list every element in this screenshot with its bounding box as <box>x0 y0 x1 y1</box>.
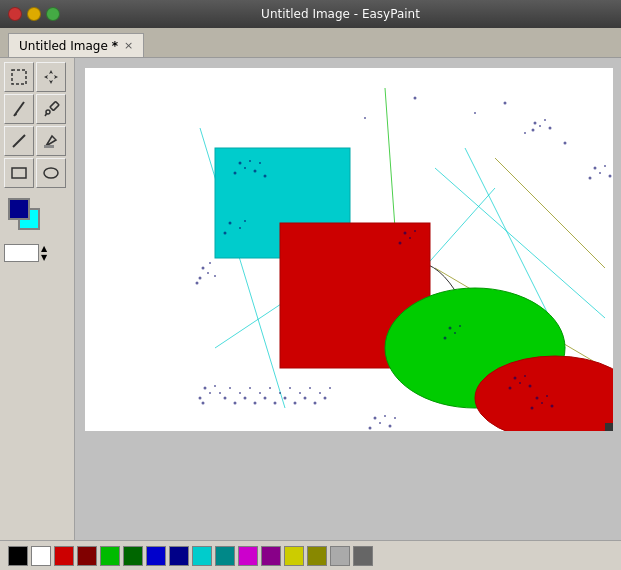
paint-canvas[interactable] <box>85 68 613 431</box>
svg-point-27 <box>544 119 546 121</box>
svg-point-40 <box>202 267 205 270</box>
palette-color-5[interactable] <box>123 546 143 566</box>
svg-point-80 <box>514 377 517 380</box>
line-tool[interactable] <box>4 126 34 156</box>
svg-point-25 <box>539 125 541 127</box>
svg-point-68 <box>304 397 307 400</box>
svg-point-62 <box>274 402 277 405</box>
svg-point-77 <box>384 415 386 417</box>
brush-size-input[interactable]: 1 <box>4 244 39 262</box>
select-tool[interactable] <box>4 62 34 92</box>
document-tab[interactable]: Untitled Image * × <box>8 33 144 57</box>
rect-tool[interactable] <box>4 158 34 188</box>
svg-point-72 <box>324 397 327 400</box>
palette-color-7[interactable] <box>169 546 189 566</box>
resize-handle[interactable] <box>605 423 613 431</box>
palette-color-8[interactable] <box>192 546 212 566</box>
palette-color-13[interactable] <box>307 546 327 566</box>
svg-point-51 <box>219 392 221 394</box>
svg-point-82 <box>509 387 512 390</box>
svg-point-29 <box>524 132 526 134</box>
svg-point-108 <box>459 325 461 327</box>
svg-point-73 <box>329 387 331 389</box>
svg-point-52 <box>224 397 227 400</box>
svg-point-76 <box>369 427 372 430</box>
svg-point-85 <box>536 397 539 400</box>
ellipse-tool[interactable] <box>36 158 66 188</box>
svg-point-63 <box>279 392 281 394</box>
tool-row-3 <box>4 126 70 156</box>
svg-point-92 <box>234 172 237 175</box>
svg-point-64 <box>284 397 287 400</box>
svg-point-54 <box>234 402 237 405</box>
palette-color-10[interactable] <box>238 546 258 566</box>
canvas-container[interactable] <box>75 58 621 540</box>
svg-point-33 <box>604 165 606 167</box>
svg-point-105 <box>449 327 452 330</box>
palette-color-3[interactable] <box>77 546 97 566</box>
svg-point-71 <box>319 392 321 394</box>
svg-point-46 <box>204 387 207 390</box>
palette-color-0[interactable] <box>8 546 28 566</box>
svg-point-65 <box>289 387 291 389</box>
size-arrows: ▲ ▼ <box>41 244 47 262</box>
palette-color-6[interactable] <box>146 546 166 566</box>
svg-point-104 <box>414 230 416 232</box>
size-up-arrow[interactable]: ▲ <box>41 244 47 253</box>
svg-point-36 <box>474 112 476 114</box>
toolbar: 1 ▲ ▼ <box>0 58 75 540</box>
close-button[interactable] <box>8 7 22 21</box>
svg-line-7 <box>13 135 25 147</box>
svg-point-106 <box>454 332 456 334</box>
minimize-button[interactable] <box>27 7 41 21</box>
svg-point-45 <box>214 275 216 277</box>
svg-point-107 <box>444 337 447 340</box>
svg-point-58 <box>254 402 257 405</box>
svg-point-61 <box>269 387 271 389</box>
size-control: 1 ▲ ▼ <box>4 244 70 262</box>
svg-point-87 <box>531 407 534 410</box>
svg-point-37 <box>414 97 417 100</box>
palette-color-12[interactable] <box>284 546 304 566</box>
palette-color-9[interactable] <box>215 546 235 566</box>
color-section <box>4 194 70 238</box>
svg-point-48 <box>199 397 202 400</box>
svg-point-101 <box>404 232 407 235</box>
svg-marker-1 <box>44 70 58 84</box>
dropper-tool[interactable] <box>36 94 66 124</box>
canvas-svg <box>85 68 613 431</box>
svg-point-60 <box>264 397 267 400</box>
svg-point-10 <box>44 168 58 178</box>
palette-color-2[interactable] <box>54 546 74 566</box>
palette-color-1[interactable] <box>31 546 51 566</box>
svg-point-26 <box>532 129 535 132</box>
svg-point-95 <box>259 162 261 164</box>
palette-color-4[interactable] <box>100 546 120 566</box>
svg-point-59 <box>259 392 261 394</box>
svg-point-28 <box>549 127 552 130</box>
maximize-button[interactable] <box>46 7 60 21</box>
palette-color-11[interactable] <box>261 546 281 566</box>
svg-point-42 <box>199 277 202 280</box>
palette-color-15[interactable] <box>353 546 373 566</box>
svg-point-75 <box>379 422 381 424</box>
pen-tool[interactable] <box>4 94 34 124</box>
primary-color-swatch[interactable] <box>8 198 30 220</box>
svg-rect-0 <box>12 70 26 84</box>
svg-point-81 <box>519 382 521 384</box>
svg-point-70 <box>314 402 317 405</box>
svg-point-90 <box>239 162 242 165</box>
palette-color-14[interactable] <box>330 546 350 566</box>
svg-point-98 <box>239 227 241 229</box>
size-down-arrow[interactable]: ▼ <box>41 253 47 262</box>
svg-line-18 <box>495 158 605 268</box>
fill-tool[interactable] <box>36 126 66 156</box>
svg-point-83 <box>524 375 526 377</box>
svg-point-43 <box>209 262 211 264</box>
main-layout: 1 ▲ ▼ <box>0 58 621 540</box>
tab-close-button[interactable]: × <box>124 39 133 52</box>
move-tool[interactable] <box>36 62 66 92</box>
svg-point-79 <box>394 417 396 419</box>
window-title: Untitled Image - EasyPaint <box>68 7 613 21</box>
svg-point-31 <box>599 172 601 174</box>
